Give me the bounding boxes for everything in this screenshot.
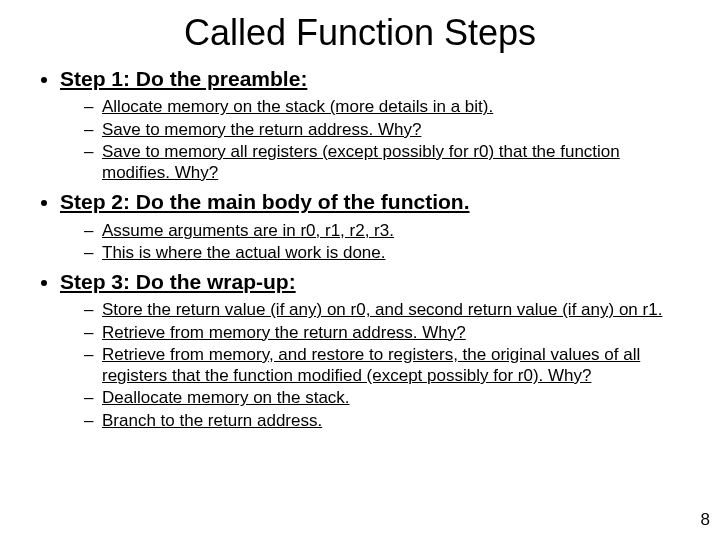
page-number: 8 bbox=[701, 510, 710, 530]
list-item: Retrieve from memory, and restore to reg… bbox=[84, 344, 692, 387]
list-item: Assume arguments are in r0, r1, r2, r3. bbox=[84, 220, 692, 241]
list-item: Store the return value (if any) on r0, a… bbox=[84, 299, 692, 320]
step-1: Step 1: Do the preamble: Allocate memory… bbox=[60, 66, 692, 183]
step-list: Step 1: Do the preamble: Allocate memory… bbox=[28, 66, 692, 431]
slide-title: Called Function Steps bbox=[0, 0, 720, 62]
step-3-heading: Step 3: Do the wrap-up: bbox=[60, 270, 296, 293]
slide: Called Function Steps Step 1: Do the pre… bbox=[0, 0, 720, 540]
list-item: Save to memory the return address. Why? bbox=[84, 119, 692, 140]
slide-content: Step 1: Do the preamble: Allocate memory… bbox=[0, 66, 720, 431]
step-2-heading: Step 2: Do the main body of the function… bbox=[60, 190, 470, 213]
step-1-items: Allocate memory on the stack (more detai… bbox=[60, 96, 692, 183]
step-2-items: Assume arguments are in r0, r1, r2, r3. … bbox=[60, 220, 692, 264]
list-item: This is where the actual work is done. bbox=[84, 242, 692, 263]
list-item: Retrieve from memory the return address.… bbox=[84, 322, 692, 343]
list-item: Save to memory all registers (except pos… bbox=[84, 141, 692, 184]
step-3: Step 3: Do the wrap-up: Store the return… bbox=[60, 269, 692, 431]
list-item: Allocate memory on the stack (more detai… bbox=[84, 96, 692, 117]
list-item: Deallocate memory on the stack. bbox=[84, 387, 692, 408]
step-1-heading: Step 1: Do the preamble: bbox=[60, 67, 307, 90]
step-3-items: Store the return value (if any) on r0, a… bbox=[60, 299, 692, 431]
list-item: Branch to the return address. bbox=[84, 410, 692, 431]
step-2: Step 2: Do the main body of the function… bbox=[60, 189, 692, 263]
